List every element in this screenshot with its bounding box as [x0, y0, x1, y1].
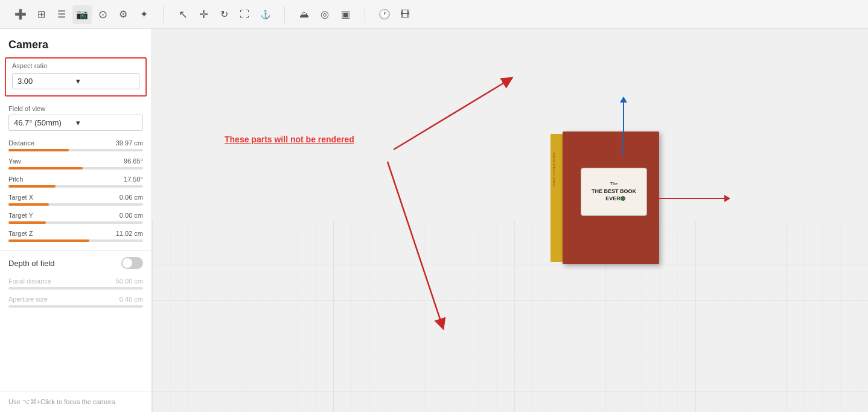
target-x-row: Target X 0.06 cm — [0, 191, 152, 209]
pitch-fill — [8, 185, 56, 188]
settings-icon[interactable]: ⚙ — [113, 5, 133, 24]
rotate-icon[interactable]: ↻ — [214, 5, 234, 24]
grid-icon[interactable]: ⊞ — [31, 5, 51, 24]
axis-y — [623, 101, 624, 156]
yaw-label: Yaw — [8, 157, 21, 165]
focal-distance-track — [8, 287, 143, 290]
fov-label: Field of view — [8, 105, 143, 112]
target-x-track[interactable] — [8, 203, 143, 206]
viewport: These parts will not be rendered HARD CO… — [152, 29, 868, 412]
film-icon[interactable]: 🎞 — [395, 5, 415, 24]
aperture-size-label: Aperture size — [8, 296, 48, 303]
target-z-track[interactable] — [8, 239, 143, 242]
distance-value: 39.97 cm — [116, 139, 143, 147]
eye-icon[interactable]: ◎ — [315, 5, 334, 24]
transform-icon[interactable]: ⚓ — [255, 5, 275, 24]
fov-chevron: ▾ — [76, 118, 138, 127]
target-y-fill — [8, 221, 46, 224]
toolbar-separator-1 — [163, 6, 164, 23]
grid-canvas — [152, 29, 868, 412]
target-icon[interactable]: ⊙ — [93, 5, 112, 24]
toolbar: ➕ ⊞ ☰ 📷 ⊙ ⚙ ✦ ↖ ✛ ↻ ⛶ ⚓ ⛰ ◎ ▣ 🕐 🎞 — [0, 0, 868, 29]
distance-fill — [8, 149, 69, 151]
move-icon[interactable]: ✛ — [194, 5, 213, 24]
book-subtitle: The — [610, 182, 617, 186]
svg-rect-2 — [152, 221, 868, 413]
clock-icon[interactable]: 🕐 — [375, 5, 394, 24]
book-body: The THE BEST BOOKEVER! — [563, 132, 659, 264]
pitch-track[interactable] — [8, 185, 143, 188]
aspect-ratio-value: 3.00 — [18, 77, 76, 86]
main-layout: Camera Aspect ratio 3.00 ▾ Field of view… — [0, 29, 868, 412]
depth-of-field-toggle[interactable] — [121, 257, 143, 269]
focal-distance-value: 50.00 cm — [116, 277, 143, 285]
target-z-row: Target Z 11.02 cm — [0, 227, 152, 246]
aspect-ratio-chevron: ▾ — [76, 77, 135, 86]
book-title: THE BEST BOOKEVER! — [592, 188, 636, 202]
target-z-value: 11.02 cm — [116, 230, 143, 237]
focal-distance-row: Focal distance 50.00 cm — [0, 275, 152, 293]
depth-of-field-row: Depth of field — [0, 250, 152, 275]
book-object: HARD COVER BOOK The THE BEST BOOKEVER! — [550, 132, 659, 270]
pitch-label: Pitch — [8, 176, 23, 183]
fov-value: 46.7° (50mm) — [14, 118, 76, 127]
yaw-fill — [8, 167, 83, 170]
toolbar-separator-3 — [365, 6, 365, 23]
target-z-label: Target Z — [8, 230, 33, 237]
pitch-row: Pitch 17.50° — [0, 173, 152, 191]
sun-icon[interactable]: ✦ — [134, 5, 153, 24]
target-x-value: 0.06 cm — [120, 194, 143, 201]
target-x-fill — [8, 203, 49, 206]
fov-group: Field of view 46.7° (50mm) ▾ — [0, 103, 152, 137]
target-y-label: Target Y — [8, 212, 33, 219]
bottom-hint: Use ⌥⌘+Click to focus the camera — [0, 391, 152, 412]
book-spine: HARD COVER BOOK — [550, 134, 564, 262]
toolbar-separator-2 — [284, 6, 285, 23]
aspect-ratio-label: Aspect ratio — [12, 62, 139, 69]
panel-title: Camera — [0, 29, 152, 57]
warning-text: These parts will not be rendered — [225, 135, 354, 144]
select-icon[interactable]: ↖ — [173, 5, 193, 24]
axis-x — [659, 198, 726, 199]
distance-label: Distance — [8, 139, 34, 147]
target-y-row: Target Y 0.00 cm — [0, 209, 152, 227]
target-y-value: 0.00 cm — [120, 212, 143, 219]
yaw-value: 96.65° — [124, 157, 143, 165]
scale-icon[interactable]: ⛶ — [235, 5, 254, 24]
yaw-row: Yaw 96.65° — [0, 155, 152, 173]
target-z-fill — [8, 239, 89, 242]
toolbar-group-tools: ↖ ✛ ↻ ⛶ ⚓ — [170, 5, 278, 24]
menu-icon[interactable]: ☰ — [52, 5, 71, 24]
aspect-ratio-group: Aspect ratio 3.00 ▾ — [5, 57, 147, 97]
book-label: The THE BEST BOOKEVER! — [581, 168, 647, 216]
aperture-size-track — [8, 305, 143, 308]
target-x-label: Target X — [8, 194, 33, 201]
toggle-knob — [123, 258, 132, 268]
add-icon[interactable]: ➕ — [11, 5, 30, 24]
terrain-icon[interactable]: ⛰ — [295, 5, 314, 24]
toolbar-group-view: ⛰ ◎ ▣ — [291, 5, 359, 24]
pitch-value: 17.50° — [124, 176, 143, 183]
layer-icon[interactable]: ▣ — [336, 5, 355, 24]
aperture-size-row: Aperture size 0.40 cm — [0, 293, 152, 311]
aspect-ratio-select[interactable]: 3.00 ▾ — [12, 73, 139, 89]
distance-row: Distance 39.97 cm — [0, 137, 152, 155]
depth-of-field-label: Depth of field — [8, 259, 55, 268]
target-y-track[interactable] — [8, 221, 143, 224]
yaw-track[interactable] — [8, 167, 143, 170]
camera-icon[interactable]: 📷 — [72, 5, 92, 24]
toolbar-group-create: ➕ ⊞ ☰ 📷 ⊙ ⚙ ✦ — [7, 5, 157, 24]
aperture-size-value: 0.40 cm — [120, 296, 143, 303]
fov-select[interactable]: 46.7° (50mm) ▾ — [8, 115, 143, 131]
distance-track[interactable] — [8, 149, 143, 151]
focal-distance-label: Focal distance — [8, 277, 51, 285]
toolbar-group-render: 🕐 🎞 — [371, 5, 418, 24]
left-panel: Camera Aspect ratio 3.00 ▾ Field of view… — [0, 29, 152, 412]
spine-text: HARD COVER BOOK — [552, 152, 556, 186]
axis-origin-dot — [621, 196, 625, 201]
